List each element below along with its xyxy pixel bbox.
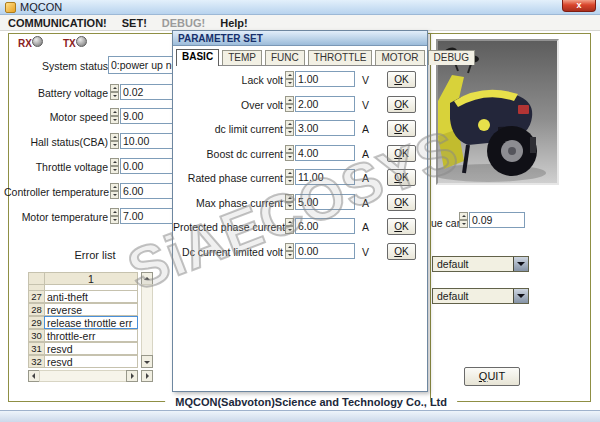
max-phase-current-label: Max phase current: [173, 197, 283, 209]
tab-func[interactable]: FUNC: [265, 50, 305, 65]
dc-current-limited-volt-field[interactable]: 0.00: [295, 243, 355, 259]
hall-status-label: Hall status(CBA): [4, 136, 108, 148]
throttle-voltage-stepper[interactable]: [110, 158, 119, 174]
preset-dropdown-1-value: default: [437, 258, 469, 270]
over-volt-label: Over volt: [173, 99, 283, 111]
motor-speed-stepper[interactable]: [110, 108, 119, 124]
protected-phase-current-stepper[interactable]: [285, 218, 294, 234]
controller-temperature-field[interactable]: 6.00: [120, 183, 178, 199]
title-bar: MQCON: [0, 0, 600, 15]
error-row-num: 28: [28, 303, 45, 316]
hall-status-stepper[interactable]: [110, 133, 119, 149]
menu-help[interactable]: Help!: [220, 17, 248, 29]
dc-limit-current-stepper[interactable]: [285, 120, 294, 136]
error-row-cell-selected[interactable]: release throttle err: [44, 316, 138, 329]
ok-button[interactable]: OK: [387, 218, 416, 235]
company-label: MQCON(Sabvoton)Science and Technology Co…: [165, 396, 457, 408]
boost-dc-current-stepper[interactable]: [285, 145, 294, 161]
protected-phase-current-unit: A: [362, 221, 369, 233]
preset-dropdown-2-value: default: [437, 290, 469, 302]
rated-phase-current-stepper[interactable]: [285, 169, 294, 185]
rated-phase-current-label: Rated phase current: [173, 172, 283, 184]
quit-button[interactable]: QUIT: [464, 367, 520, 386]
max-phase-current-unit: A: [362, 197, 369, 209]
system-status-dropdown[interactable]: 0:power up no: [108, 56, 174, 74]
status-bar: [0, 410, 600, 422]
tab-basic[interactable]: BASIC: [176, 49, 219, 66]
over-volt-field[interactable]: 2.00: [295, 96, 355, 112]
scroll-down-icon[interactable]: [141, 355, 153, 368]
dc-current-limited-volt-stepper[interactable]: [285, 243, 294, 259]
tab-debug[interactable]: DEBUG: [428, 50, 476, 65]
error-row-num: 30: [28, 329, 45, 342]
preset-dropdown-2[interactable]: default: [432, 288, 529, 304]
over-volt-unit: V: [362, 99, 369, 111]
menu-bar: COMMUNICATION! SET! DEBUG! Help!: [0, 15, 600, 31]
error-row-cell[interactable]: throttle-err: [44, 329, 138, 342]
dc-current-limited-volt-label: Dc current limited volt: [173, 246, 283, 258]
lack-volt-label: Lack volt: [173, 74, 283, 86]
value-card-stepper[interactable]: [459, 212, 468, 228]
lack-volt-field[interactable]: 1.00: [295, 71, 355, 87]
ok-button[interactable]: OK: [387, 96, 416, 113]
ok-button[interactable]: OK: [387, 71, 416, 88]
error-row-cell[interactable]: resvd: [44, 355, 138, 368]
rated-phase-current-field[interactable]: 11.00: [295, 169, 355, 185]
protected-phase-current-field[interactable]: 6.00: [295, 218, 355, 234]
motor-speed-field[interactable]: 9.00: [120, 108, 178, 124]
dc-limit-current-label: dc limit current: [173, 123, 283, 135]
error-list-title: Error list: [55, 249, 135, 261]
tab-motor[interactable]: MOTOR: [375, 50, 424, 65]
ok-button[interactable]: OK: [387, 243, 416, 260]
menu-debug: DEBUG!: [162, 17, 205, 29]
tx-label: TX: [63, 38, 76, 49]
battery-voltage-label: Battery voltage: [4, 87, 108, 99]
ok-button[interactable]: OK: [387, 120, 416, 137]
rx-label: RX: [18, 38, 32, 49]
lack-volt-unit: V: [362, 74, 369, 86]
close-button[interactable]: x: [562, 0, 596, 12]
hall-status-field[interactable]: 10.00: [120, 133, 178, 149]
chevron-down-icon[interactable]: [513, 257, 528, 271]
battery-voltage-field[interactable]: 0.02: [120, 84, 178, 100]
ok-button[interactable]: OK: [387, 194, 416, 211]
preset-dropdown-1[interactable]: default: [432, 256, 529, 272]
app-icon: [5, 2, 16, 13]
window-title: MQCON: [20, 1, 62, 13]
motor-temperature-field[interactable]: 7.00: [120, 208, 178, 224]
error-row-cell[interactable]: anti-theft: [44, 290, 138, 303]
error-row-num: 27: [28, 290, 45, 303]
error-row-cell[interactable]: reverse: [44, 303, 138, 316]
rated-phase-current-unit: A: [362, 172, 369, 184]
boost-dc-current-label: Boost dc current: [173, 148, 283, 160]
value-card-field[interactable]: 0.09: [469, 212, 525, 228]
max-phase-current-field[interactable]: 5.00: [295, 194, 355, 210]
controller-temperature-stepper[interactable]: [110, 183, 119, 199]
scrollbar-corner[interactable]: [141, 370, 153, 382]
system-status-label: System status: [4, 60, 108, 72]
ok-button[interactable]: OK: [387, 145, 416, 162]
motor-speed-label: Motor speed: [4, 111, 108, 123]
motor-temperature-label: Motor temperature: [4, 211, 108, 223]
max-phase-current-stepper[interactable]: [285, 194, 294, 210]
error-row-num: 31: [28, 342, 45, 355]
horizontal-scrollbar[interactable]: [39, 370, 127, 382]
error-row-num: 29: [28, 316, 45, 329]
lack-volt-stepper[interactable]: [285, 71, 294, 87]
dialog-title[interactable]: PARAMETER SET: [173, 31, 427, 46]
vertical-scrollbar[interactable]: [141, 284, 153, 356]
scroll-right-icon[interactable]: [126, 370, 138, 382]
chevron-down-icon[interactable]: [513, 289, 528, 303]
motor-temperature-stepper[interactable]: [110, 208, 119, 224]
battery-voltage-stepper[interactable]: [110, 84, 119, 100]
over-volt-stepper[interactable]: [285, 96, 294, 112]
menu-set[interactable]: SET!: [122, 17, 147, 29]
boost-dc-current-field[interactable]: 4.00: [295, 145, 355, 161]
dc-limit-current-field[interactable]: 3.00: [295, 120, 355, 136]
menu-communication[interactable]: COMMUNICATION!: [8, 17, 107, 29]
ok-button[interactable]: OK: [387, 169, 416, 186]
tab-throttle[interactable]: THROTTLE: [308, 50, 373, 65]
throttle-voltage-field[interactable]: 0.00: [120, 158, 178, 174]
tab-temp[interactable]: TEMP: [222, 50, 262, 65]
error-row-cell[interactable]: resvd: [44, 342, 138, 355]
